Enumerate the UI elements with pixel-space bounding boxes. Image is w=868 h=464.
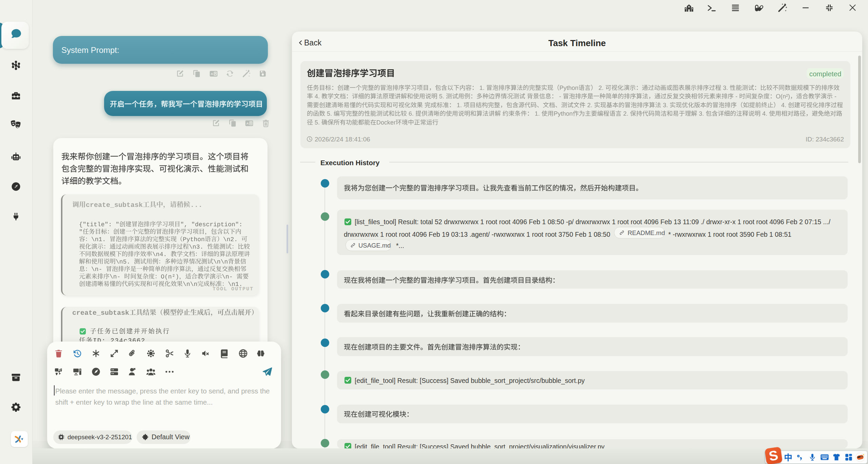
svg-text:A: A [246, 121, 249, 125]
svg-text:A: A [211, 72, 213, 76]
